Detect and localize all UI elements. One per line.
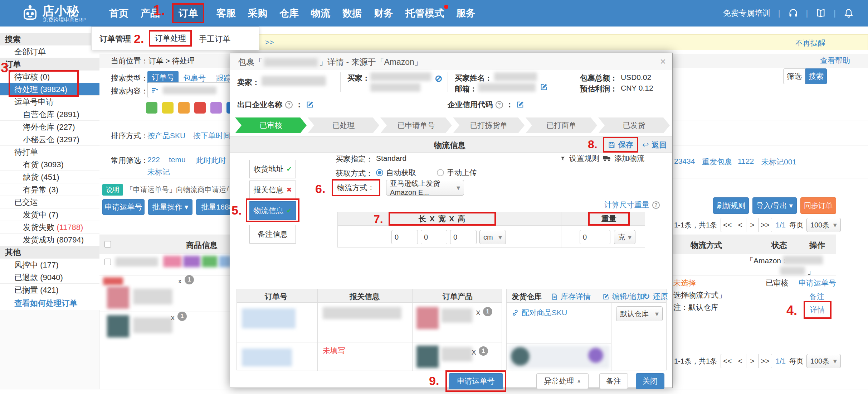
nav-item-service[interactable]: 客服: [216, 7, 236, 20]
apply-waybill-button[interactable]: 申请运单号: [102, 199, 145, 215]
batch-ops-button[interactable]: 批量操作▾: [148, 199, 192, 215]
book-icon[interactable]: [816, 8, 826, 18]
sidebar-help-link[interactable]: 查看如何处理订单: [0, 296, 99, 310]
nav-item-purchase[interactable]: 采购: [248, 7, 267, 20]
radio-auto-fetch[interactable]: 自动获取: [376, 168, 416, 178]
add-logistics-link[interactable]: 添加物流: [603, 153, 644, 163]
weight-input[interactable]: 0: [580, 230, 610, 244]
select-all-checkbox[interactable]: [104, 241, 111, 248]
page-first-button[interactable]: <<: [721, 354, 734, 368]
edit-append-link[interactable]: 编辑/追加: [603, 292, 644, 302]
width-input[interactable]: 0: [421, 230, 447, 244]
sidebar-item-risk-control[interactable]: 风控中 (177): [0, 259, 99, 271]
row-checkbox[interactable]: [104, 259, 111, 265]
edit-email-icon[interactable]: [540, 83, 548, 91]
sidebar-item-out-of-stock[interactable]: 缺货 (451): [0, 171, 99, 183]
notice-more-link[interactable]: >>: [265, 38, 274, 47]
quick-link-23434[interactable]: 23434: [674, 157, 695, 165]
sidebar-item-in-stock[interactable]: 有货 (3093): [0, 158, 99, 171]
exception-handle-button[interactable]: 异常处理∧: [536, 373, 589, 389]
tab-customs-info[interactable]: 报关信息✖: [249, 181, 296, 199]
edit-export-company-icon[interactable]: [306, 101, 314, 109]
sidebar-item-overseas-warehouse[interactable]: 海外仓库 (227): [0, 121, 99, 133]
help-link[interactable]: 查看帮助: [820, 56, 850, 66]
import-export-button[interactable]: 导入/导出▾: [752, 197, 797, 214]
dim-unit-select[interactable]: cm▾: [479, 230, 506, 244]
close-icon[interactable]: ×: [660, 56, 666, 67]
notice-dismiss-link[interactable]: 不再提醒: [795, 38, 825, 48]
nav-item-logistics[interactable]: 物流: [311, 7, 330, 20]
sidebar-item-ship-success[interactable]: 发货成功 (80794): [0, 234, 99, 246]
tab-notes-info[interactable]: 备注信息: [249, 225, 296, 244]
length-input[interactable]: 0: [391, 230, 418, 244]
filter-temu[interactable]: temu: [169, 155, 186, 164]
tab-shipping-address[interactable]: 收货地址✔: [249, 160, 296, 178]
quick-link-unmarked001[interactable]: 未标记001: [761, 157, 796, 167]
apply-waybill-modal-button[interactable]: 申请运单号: [449, 373, 503, 389]
sidebar-item-shipped[interactable]: 已交运: [0, 196, 99, 208]
robot-logo-icon[interactable]: [21, 4, 39, 23]
per-page-select[interactable]: 100条▾: [806, 354, 841, 368]
match-sku-link[interactable]: 配对商品SKU: [512, 308, 567, 318]
edit-credit-code-icon[interactable]: [516, 101, 524, 109]
nav-item-orders[interactable]: 订单: [172, 3, 204, 23]
sidebar-item-refunded[interactable]: 已退款 (9040): [0, 271, 99, 284]
sync-orders-button[interactable]: 同步订单: [800, 197, 836, 214]
nav-item-data[interactable]: 数据: [342, 7, 362, 20]
per-page-select[interactable]: 100条▾: [806, 218, 841, 232]
sidebar-item-ship-failed[interactable]: 发货失败 (11788): [0, 221, 99, 234]
height-input[interactable]: 0: [450, 230, 477, 244]
nav-item-home[interactable]: 首页: [109, 7, 128, 20]
search-type-package[interactable]: 包裹号: [183, 73, 206, 83]
back-button[interactable]: ↩ 返回: [642, 140, 667, 150]
calc-dim-weight-link[interactable]: 计算尺寸重量 ?: [604, 200, 660, 210]
quick-link-resend[interactable]: 重发包裹: [702, 157, 732, 167]
tag-swatch-red[interactable]: [194, 102, 206, 114]
training-link[interactable]: 免费专属培训: [723, 8, 770, 19]
sidebar-item-shipping[interactable]: 发货中 (7): [0, 208, 99, 221]
sidebar-item-to-print[interactable]: 待打单: [0, 146, 99, 158]
search-type-order[interactable]: 订单号: [147, 71, 179, 84]
filter-unmarked[interactable]: 未标记: [147, 167, 170, 177]
page-prev-button[interactable]: <: [734, 354, 746, 368]
sidebar-item-cloud-warehouse[interactable]: 小秘云仓 (3297): [0, 133, 99, 146]
weight-unit-select[interactable]: 克▾: [614, 230, 635, 244]
nav-item-hosting[interactable]: 托管模式: [405, 7, 444, 20]
sort-by-sku[interactable]: 按产品SKU: [147, 131, 185, 141]
block-buyer-icon[interactable]: ⊘: [435, 73, 443, 84]
filter-222[interactable]: 222: [147, 155, 160, 164]
page-next-button[interactable]: >: [746, 354, 759, 368]
nav-item-finance[interactable]: 财务: [374, 7, 393, 20]
filter-cishicishi[interactable]: 此时此时: [196, 155, 226, 165]
close-button[interactable]: 关闭: [636, 373, 664, 389]
set-rules-link[interactable]: 设置规则: [559, 153, 599, 163]
restore-link[interactable]: ↻ 还原: [643, 292, 668, 302]
radio-manual-upload[interactable]: 手动上传: [437, 168, 477, 178]
filter-button[interactable]: 筛选: [783, 68, 805, 84]
bell-icon[interactable]: [844, 8, 854, 18]
page-last-button[interactable]: >>: [759, 218, 772, 232]
tag-swatch-green[interactable]: [146, 102, 157, 114]
tag-swatch-purple[interactable]: [210, 102, 222, 114]
quick-link-1122[interactable]: 1122: [738, 157, 754, 165]
sidebar-item-all-orders[interactable]: 全部订单: [0, 45, 99, 58]
nav-item-warehouse[interactable]: 仓库: [279, 7, 299, 20]
sidebar-item-waybill-apply[interactable]: 运单号申请: [0, 96, 99, 108]
action-apply-waybill-link[interactable]: 申请运单号: [799, 278, 836, 288]
page-next-button[interactable]: >: [746, 218, 759, 232]
nav-item-services[interactable]: 服务: [456, 7, 476, 20]
sidebar-item-abnormal[interactable]: 有异常 (3): [0, 183, 99, 196]
tag-swatch-yellow[interactable]: [162, 102, 174, 114]
sidebar-item-on-hold[interactable]: 已搁置 (421): [0, 284, 99, 296]
sort-by-time[interactable]: 按下单时间: [193, 131, 231, 141]
page-first-button[interactable]: <<: [721, 218, 734, 232]
stock-detail-link[interactable]: 库存详情: [551, 292, 591, 302]
logistics-method-select[interactable]: 亚马逊线上发货Amazon E...▾: [386, 180, 464, 196]
page-prev-button[interactable]: <: [734, 218, 746, 232]
menu-item-manual-order[interactable]: 手工订单: [199, 34, 230, 44]
action-detail-link[interactable]: 详情: [810, 305, 825, 315]
save-button[interactable]: 保存: [618, 140, 633, 150]
question-icon[interactable]: ?: [496, 101, 503, 109]
question-icon[interactable]: ?: [285, 101, 293, 109]
sidebar-item-own-warehouse[interactable]: 自营仓库 (2891): [0, 108, 99, 121]
